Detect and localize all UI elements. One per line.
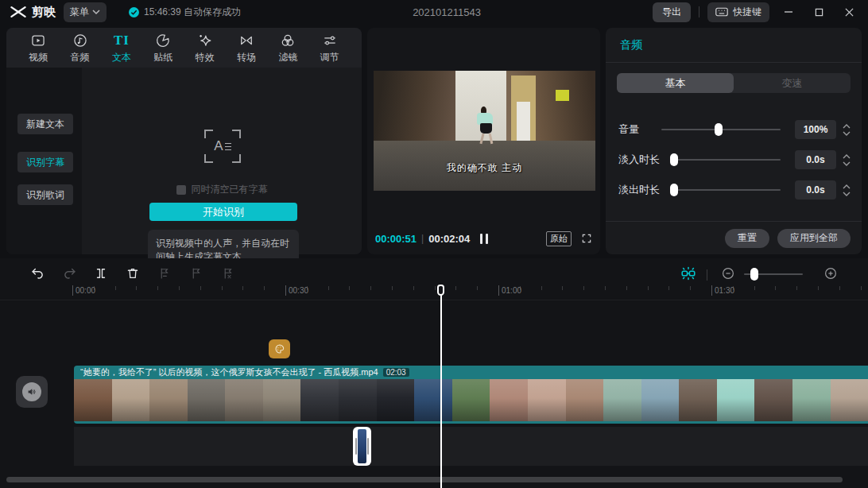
tab-adjust[interactable]: 调节 xyxy=(309,32,351,64)
chevron-down-icon xyxy=(92,9,100,15)
clip-thumbnail xyxy=(300,379,339,421)
clip-left-handle[interactable] xyxy=(355,438,357,455)
volume-slider-handle[interactable] xyxy=(715,123,723,136)
video-track-clip[interactable]: “她要的，我给不了” 以后的视频，这个俄罗斯女孩不会出现了 - 西瓜视频.mp4… xyxy=(74,366,868,424)
ruler-label: 00:00 xyxy=(72,285,95,296)
fade-in-stepper[interactable] xyxy=(841,150,852,169)
tab-basic[interactable]: 基本 xyxy=(617,73,734,93)
selected-subtitle-clip[interactable] xyxy=(353,427,371,466)
marker-button[interactable] xyxy=(187,264,206,283)
video-viewport[interactable]: 我的确不敢 主动 xyxy=(374,71,595,191)
fullscreen-button[interactable] xyxy=(581,233,592,244)
zoom-out-button[interactable] xyxy=(719,264,738,283)
track-mute-button[interactable] xyxy=(16,376,48,408)
clip-thumbnail xyxy=(754,379,792,421)
playhead[interactable] xyxy=(436,285,446,488)
filmstrip xyxy=(74,379,868,421)
tab-speed[interactable]: 变速 xyxy=(734,73,851,93)
fade-in-slider[interactable] xyxy=(674,159,781,161)
clip-right-handle[interactable] xyxy=(367,438,369,455)
time-ruler[interactable]: 00:00 00:30 01:00 01:30 xyxy=(0,285,868,300)
close-button[interactable] xyxy=(838,2,860,21)
palette-icon xyxy=(274,343,285,354)
clear-subtitles-checkbox[interactable] xyxy=(176,185,186,195)
clip-thumbnail xyxy=(188,379,226,421)
adjustment-badge[interactable] xyxy=(269,339,290,358)
volume-stepper[interactable] xyxy=(841,120,852,139)
redo-button[interactable] xyxy=(60,264,79,283)
clip-thumbnail xyxy=(377,379,415,421)
clip-thumbnail xyxy=(74,379,112,421)
scene-figure-skirt xyxy=(480,123,492,134)
tab-effects-label: 特效 xyxy=(196,51,215,64)
fade-out-value[interactable]: 0.0s xyxy=(795,180,836,199)
tab-sticker[interactable]: 贴纸 xyxy=(142,32,184,64)
volume-label: 音量 xyxy=(618,122,639,137)
timeline-zoom-handle[interactable] xyxy=(750,268,758,281)
subtitle-track-lane[interactable] xyxy=(74,427,868,466)
video-icon xyxy=(30,33,46,48)
delete-button[interactable] xyxy=(123,264,142,283)
menu-button[interactable]: 菜单 xyxy=(64,2,107,22)
toolbar-divider xyxy=(707,269,707,281)
audio-inspector: 音频 基本 变速 音量 100% 淡入时长 0.0s 淡出时长 xyxy=(606,28,862,254)
tab-filter[interactable]: 滤镜 xyxy=(267,32,308,64)
playhead-head[interactable] xyxy=(437,285,444,296)
tab-sticker-label: 贴纸 xyxy=(153,51,172,64)
fade-in-slider-handle[interactable] xyxy=(670,153,678,166)
fade-out-slider-handle[interactable] xyxy=(670,184,678,196)
sidebar-item-recognize-subtitles[interactable]: 识别字幕 xyxy=(17,152,73,172)
transition-icon xyxy=(238,33,254,48)
tab-transition[interactable]: 转场 xyxy=(226,32,267,64)
shortcuts-button[interactable]: 快捷键 xyxy=(707,2,769,22)
minimize-icon xyxy=(784,7,793,17)
export-button[interactable]: 导出 xyxy=(653,2,691,22)
tab-text[interactable]: TI 文本 xyxy=(101,32,142,64)
text-recognize-icon: A xyxy=(204,130,241,163)
original-quality-button[interactable]: 原始 xyxy=(546,231,572,246)
split-button[interactable] xyxy=(91,264,110,283)
pause-button[interactable] xyxy=(477,230,491,247)
apply-to-all-button[interactable]: 应用到全部 xyxy=(777,229,851,248)
sidebar-item-new-text[interactable]: 新建文本 xyxy=(17,114,73,134)
volume-row: 音量 100% xyxy=(606,120,862,139)
expand-icon xyxy=(581,233,592,244)
marker-ai-button[interactable] xyxy=(155,264,174,283)
auto-snap-button[interactable] xyxy=(679,264,698,283)
tab-video[interactable]: 视频 xyxy=(17,32,59,64)
scene-sign xyxy=(556,90,569,101)
capcut-logo-icon xyxy=(10,5,27,19)
tab-audio[interactable]: 音频 xyxy=(59,32,100,64)
volume-value[interactable]: 100% xyxy=(795,120,836,139)
fade-out-label: 淡出时长 xyxy=(618,183,660,197)
tab-effects[interactable]: 特效 xyxy=(184,32,226,64)
fade-out-stepper[interactable] xyxy=(841,180,852,199)
timeline-zoom-slider[interactable] xyxy=(744,273,803,275)
volume-slider[interactable] xyxy=(661,129,781,130)
maximize-button[interactable] xyxy=(808,2,830,21)
start-recognition-button[interactable]: 开始识别 xyxy=(149,203,297,221)
horizontal-scrollbar[interactable] xyxy=(6,477,843,482)
fade-in-value[interactable]: 0.0s xyxy=(795,150,836,169)
undo-icon xyxy=(30,266,45,281)
clip-mini-thumbnail xyxy=(358,429,366,463)
minimize-button[interactable] xyxy=(777,2,800,21)
sidebar-item-recognize-lyrics[interactable]: 识别歌词 xyxy=(17,184,73,205)
clip-thumbnail xyxy=(792,379,831,421)
project-id: 202101211543 xyxy=(241,6,653,18)
reset-button[interactable]: 重置 xyxy=(725,229,769,248)
zoom-in-button[interactable] xyxy=(821,264,840,283)
video-subtitle: 我的确不敢 主动 xyxy=(374,161,595,175)
undo-button[interactable] xyxy=(28,264,47,283)
fade-out-slider[interactable] xyxy=(674,189,781,191)
playhead-line xyxy=(440,295,442,488)
tab-audio-label: 音频 xyxy=(71,51,90,64)
inspector-tab-bar: 基本 变速 xyxy=(617,73,851,93)
clip-thumbnail xyxy=(414,379,452,421)
maximize-icon xyxy=(815,8,823,17)
fade-in-row: 淡入时长 0.0s xyxy=(606,150,862,169)
stepper-up-icon xyxy=(843,184,851,189)
tab-video-label: 视频 xyxy=(29,51,48,64)
marker-remove-button[interactable] xyxy=(219,264,238,283)
clip-duration-badge: 02:03 xyxy=(383,368,409,377)
